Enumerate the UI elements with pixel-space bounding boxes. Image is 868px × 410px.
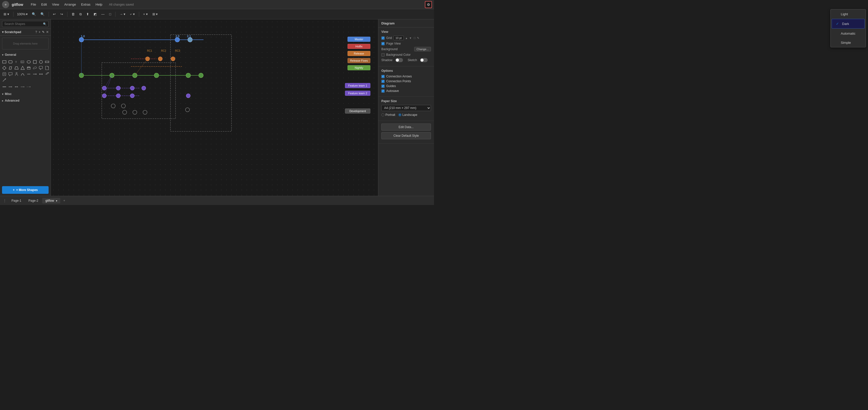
table-button[interactable]: ⊞ ▾ bbox=[151, 11, 159, 17]
menu-file[interactable]: File bbox=[28, 2, 39, 7]
svg-text:T: T bbox=[15, 61, 17, 63]
guides-checkbox[interactable] bbox=[381, 85, 385, 88]
undo-button[interactable]: ↩ bbox=[52, 11, 57, 17]
canvas[interactable]: 1.0 2.0 2.1 RC1 RC2 RC3 bbox=[51, 19, 378, 196]
rc-label-2: RC2 bbox=[161, 50, 166, 52]
shape-line[interactable] bbox=[26, 71, 32, 77]
shape-speech-bubble[interactable] bbox=[8, 71, 13, 77]
shape-wide-rect[interactable] bbox=[44, 59, 50, 65]
portrait-option[interactable]: Portrait bbox=[381, 113, 395, 117]
portrait-radio[interactable] bbox=[381, 113, 384, 116]
shape-doc[interactable] bbox=[44, 65, 50, 71]
shape-diamond[interactable] bbox=[2, 65, 7, 71]
shape-cloud[interactable] bbox=[32, 65, 38, 71]
page-tab-dropdown-icon[interactable]: ▾ bbox=[56, 199, 57, 202]
shape-note[interactable] bbox=[2, 71, 7, 77]
shape-dotted-arrow[interactable] bbox=[26, 84, 32, 90]
menu-help[interactable]: Help bbox=[93, 2, 105, 7]
paper-size-title: Paper Size bbox=[381, 99, 431, 103]
shape-triangle[interactable] bbox=[20, 65, 25, 71]
connection-points-checkbox[interactable] bbox=[381, 80, 385, 83]
svg-rect-1 bbox=[9, 61, 12, 63]
zoom-in-button[interactable]: 🔍 bbox=[30, 11, 37, 17]
background-color-checkbox[interactable] bbox=[381, 53, 385, 57]
insert-button[interactable]: + ▾ bbox=[142, 11, 149, 17]
diagram-tab[interactable]: Diagram bbox=[381, 21, 395, 25]
shape-circle[interactable] bbox=[38, 59, 44, 65]
pages-menu-button[interactable]: ⋮ bbox=[2, 198, 7, 203]
grid-edit-icon[interactable]: ✎ bbox=[417, 36, 419, 40]
general-section-header[interactable]: General bbox=[0, 52, 51, 58]
shape-callout[interactable] bbox=[38, 65, 44, 71]
grid-down-icon[interactable]: ▼ bbox=[409, 37, 412, 39]
sidebar-toggle-button[interactable]: ⊞ ▾ bbox=[2, 11, 11, 17]
scratchpad-close-icon[interactable]: ✕ bbox=[46, 30, 49, 34]
background-color-label: Background Color bbox=[386, 53, 411, 57]
grid-color-icon[interactable]: □ bbox=[414, 36, 415, 39]
redo-button[interactable]: ↪ bbox=[59, 11, 65, 17]
page-tab-gitflow[interactable]: gitflow ▾ bbox=[42, 198, 60, 203]
scratchpad-help-icon[interactable]: ? bbox=[35, 30, 37, 34]
landscape-radio[interactable] bbox=[398, 113, 401, 116]
grid-row: Grid ▲ ▼ □ ✎ bbox=[381, 36, 431, 40]
page-tab-1[interactable]: Page-1 bbox=[8, 198, 24, 203]
paper-size-select[interactable]: A4 (210 mm × 297 mm) bbox=[381, 105, 431, 111]
line-color-button[interactable]: — bbox=[100, 11, 106, 17]
shape-square[interactable] bbox=[32, 59, 38, 65]
misc-section-header[interactable]: Misc bbox=[0, 91, 51, 97]
more-shapes-button[interactable]: + + More Shapes bbox=[2, 186, 49, 194]
shape-trapezoid[interactable] bbox=[14, 65, 19, 71]
autosave-checkbox[interactable] bbox=[381, 89, 385, 93]
menu-view[interactable]: View bbox=[49, 2, 62, 7]
sketch-toggle[interactable] bbox=[420, 58, 428, 62]
shape-parallelogram[interactable] bbox=[8, 65, 13, 71]
shape-double-arrow-line[interactable] bbox=[14, 84, 19, 90]
delete-button[interactable]: 🗑 bbox=[70, 11, 76, 17]
page-tab-2[interactable]: Page-2 bbox=[25, 198, 41, 203]
clear-default-style-button[interactable]: Clear Default Style bbox=[381, 132, 431, 139]
settings-button[interactable]: ⚙ bbox=[425, 1, 432, 8]
edit-data-button[interactable]: Edit Data... bbox=[381, 123, 431, 130]
shape-arc[interactable] bbox=[20, 71, 25, 77]
shape-solid-line[interactable] bbox=[2, 84, 7, 90]
shape-rectangle[interactable] bbox=[2, 59, 7, 65]
connection-arrows-checkbox[interactable] bbox=[381, 75, 385, 78]
svg-point-70 bbox=[111, 104, 115, 108]
menu-extras[interactable]: Extras bbox=[79, 2, 93, 7]
shape-person[interactable] bbox=[14, 71, 19, 77]
advanced-section-header[interactable]: Advanced bbox=[0, 97, 51, 104]
shape-arrow-right[interactable] bbox=[32, 71, 38, 77]
background-change-button[interactable]: Change... bbox=[414, 47, 431, 52]
shape-diagonal-arrow[interactable] bbox=[2, 78, 7, 83]
shape-cylinder[interactable] bbox=[26, 65, 32, 71]
page-view-checkbox[interactable] bbox=[381, 42, 385, 45]
menu-edit[interactable]: Edit bbox=[39, 2, 49, 7]
shape-double-arrow[interactable] bbox=[38, 71, 44, 77]
shape-bent-arrow[interactable] bbox=[44, 71, 50, 77]
copy-button[interactable]: ⧉ bbox=[78, 11, 83, 17]
border-button[interactable]: □ bbox=[107, 11, 113, 17]
landscape-option[interactable]: Landscape bbox=[398, 113, 417, 117]
shape-text[interactable]: T bbox=[14, 59, 19, 65]
grid-up-icon[interactable]: ▲ bbox=[405, 37, 408, 39]
connection-style-button[interactable]: → ▾ bbox=[118, 11, 127, 17]
search-shapes-input[interactable] bbox=[2, 21, 49, 27]
guides-row: Guides bbox=[381, 84, 431, 88]
menu-arrange[interactable]: Arrange bbox=[62, 2, 79, 7]
shadow-toggle[interactable] bbox=[395, 58, 403, 62]
waypoint-button[interactable]: ⌐ ▾ bbox=[128, 11, 136, 17]
grid-value-input[interactable] bbox=[394, 36, 404, 40]
svg-line-79 bbox=[104, 76, 112, 96]
scratchpad-add-icon[interactable]: + bbox=[39, 30, 40, 34]
move-to-front-button[interactable]: ⬆ bbox=[85, 11, 91, 17]
shape-label[interactable]: txt bbox=[20, 59, 25, 65]
fill-color-button[interactable]: ◩ bbox=[92, 11, 98, 17]
shape-ellipse[interactable] bbox=[26, 59, 32, 65]
add-page-button[interactable]: + bbox=[61, 198, 67, 203]
zoom-out-button[interactable]: 🔍 bbox=[39, 11, 46, 17]
scratchpad-edit-icon[interactable]: ✎ bbox=[42, 30, 44, 34]
shape-dashed-arrow[interactable] bbox=[20, 84, 25, 90]
grid-checkbox[interactable] bbox=[381, 36, 385, 40]
shape-arrow-line[interactable] bbox=[8, 84, 13, 90]
shape-rounded-rect[interactable] bbox=[8, 59, 13, 65]
